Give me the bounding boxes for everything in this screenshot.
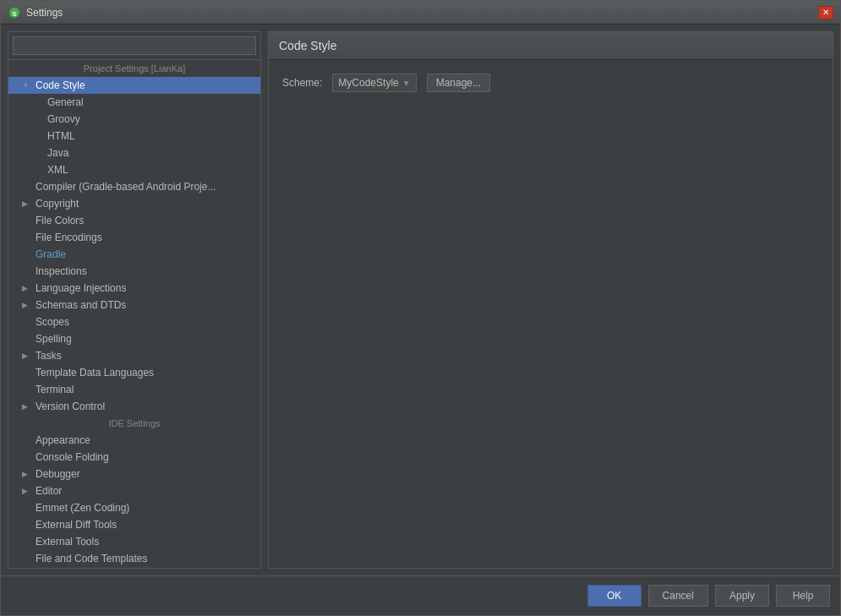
sidebar-item-label: HTML [47,130,75,142]
scheme-row: Scheme: MyCodeStyle ▼ Manage... [282,74,819,92]
panel-content: Scheme: MyCodeStyle ▼ Manage... [269,60,833,568]
sidebar-item-debugger[interactable]: ▶ Debugger [8,466,260,482]
arrow-icon: ▶ [22,470,32,478]
sidebar-item-label: External Diff Tools [35,519,117,531]
sidebar-item-general[interactable]: General [8,94,260,111]
sidebar-item-label: Compiler (Gradle-based Android Proje... [35,181,216,193]
sidebar-item-template-data-languages[interactable]: Template Data Languages [8,364,260,381]
title-bar: S Settings ✕ [1,1,840,25]
sidebar-item-label: File Colors [35,215,84,226]
sidebar-item-external-tools[interactable]: External Tools [8,533,260,550]
sidebar-item-label: External Tools [35,536,99,548]
arrow-icon: ▶ [22,199,32,208]
sidebar-item-scopes[interactable]: Scopes [8,313,260,330]
sidebar-item-label: General [47,96,84,108]
sidebar-item-label: Terminal [35,384,74,395]
arrow-icon: ▶ [22,352,32,360]
ok-button[interactable]: OK [587,585,642,607]
panel-header: Code Style [269,32,833,60]
sidebar-item-label: Template Data Languages [35,367,154,379]
scheme-value: MyCodeStyle [338,77,398,89]
arrow-icon: ▶ [22,301,32,309]
search-wrapper: ☌ [13,36,256,55]
scheme-label: Scheme: [282,77,322,89]
sidebar-item-language-injections[interactable]: ▶ Language Injections [8,280,260,297]
sidebar-item-label: Appearance [35,434,90,446]
search-input[interactable] [13,36,256,55]
settings-window: S Settings ✕ ☌ Project Settings [LianKa]… [0,0,841,616]
sidebar-item-file-colors[interactable]: File Colors [8,212,260,229]
arrow-icon: ▶ [22,487,32,495]
sidebar-item-editor[interactable]: ▶ Editor [8,482,260,499]
sidebar-item-label: Copyright [35,198,79,210]
sidebar-item-label: Emmet (Zen Coding) [35,502,129,514]
sidebar-item-schemas-dtds[interactable]: ▶ Schemas and DTDs [8,297,260,313]
sidebar-item-label: Code Style [35,79,85,91]
scheme-dropdown[interactable]: MyCodeStyle ▼ [332,74,416,92]
sidebar-item-label: Console Folding [35,451,109,463]
sidebar-item-label: Gradle [35,248,66,260]
sidebar-item-label: Groovy [47,113,80,125]
sidebar-item-label: File Encodings [35,232,102,243]
right-panel: Code Style Scheme: MyCodeStyle ▼ Manage.… [268,31,833,569]
sidebar-item-label: Schemas and DTDs [35,299,126,311]
sidebar-item-label: Inspections [35,265,87,277]
arrow-icon: ▶ [22,402,32,411]
sidebar-item-label: File and Code Templates [35,553,148,564]
sidebar-item-emmet[interactable]: Emmet (Zen Coding) [8,499,260,516]
sidebar-item-label: Editor [35,485,62,497]
sidebar-item-groovy[interactable]: Groovy [8,111,260,128]
help-button[interactable]: Help [776,585,830,607]
sidebar-item-label: XML [47,164,68,176]
apply-button[interactable]: Apply [715,585,769,607]
sidebar-item-console-folding[interactable]: Console Folding [8,449,260,466]
sidebar-item-appearance[interactable]: Appearance [8,432,260,449]
project-settings-header: Project Settings [LianKa] [8,60,260,77]
sidebar-item-label: Language Injections [35,282,126,294]
tree-container: Project Settings [LianKa] ▼ Code Style G… [8,60,260,568]
chevron-down-icon: ▼ [402,79,411,88]
search-box: ☌ [8,32,260,60]
sidebar-item-label: Scopes [35,316,69,328]
svg-text:S: S [12,9,17,17]
sidebar-item-terminal[interactable]: Terminal [8,381,260,398]
sidebar-item-copyright[interactable]: ▶ Copyright [8,195,260,212]
sidebar-item-file-encodings[interactable]: File Encodings [8,229,260,246]
arrow-icon: ▼ [22,81,32,90]
sidebar-item-java[interactable]: Java [8,144,260,161]
sidebar-item-label: Tasks [35,350,62,362]
manage-button[interactable]: Manage... [427,74,490,92]
sidebar-item-label: Version Control [35,401,105,412]
sidebar-item-compiler[interactable]: Compiler (Gradle-based Android Proje... [8,178,260,195]
sidebar-item-file-types[interactable]: File Types [8,567,260,568]
sidebar-item-label: Spelling [35,333,72,345]
sidebar-item-code-style[interactable]: ▼ Code Style [8,77,260,94]
sidebar-item-inspections[interactable]: Inspections [8,263,260,280]
close-button[interactable]: ✕ [818,6,833,19]
sidebar-item-tasks[interactable]: ▶ Tasks [8,347,260,364]
window-title: Settings [26,7,813,19]
sidebar-item-label: Java [47,147,68,159]
ide-settings-header: IDE Settings [8,415,260,432]
sidebar-item-version-control[interactable]: ▶ Version Control [8,398,260,415]
bottom-bar: OK Cancel Apply Help [1,575,840,615]
main-content: ☌ Project Settings [LianKa] ▼ Code Style… [1,25,840,575]
left-panel: ☌ Project Settings [LianKa] ▼ Code Style… [8,31,261,569]
app-icon: S [8,6,21,19]
sidebar-item-gradle[interactable]: Gradle [8,246,260,263]
sidebar-item-html[interactable]: HTML [8,128,260,144]
sidebar-item-external-diff-tools[interactable]: External Diff Tools [8,516,260,533]
sidebar-item-file-and-code-templates[interactable]: File and Code Templates [8,550,260,567]
sidebar-item-xml[interactable]: XML [8,161,260,178]
cancel-button[interactable]: Cancel [648,585,708,607]
arrow-icon: ▶ [22,284,32,292]
sidebar-item-label: Debugger [35,468,80,480]
sidebar-item-spelling[interactable]: Spelling [8,330,260,347]
